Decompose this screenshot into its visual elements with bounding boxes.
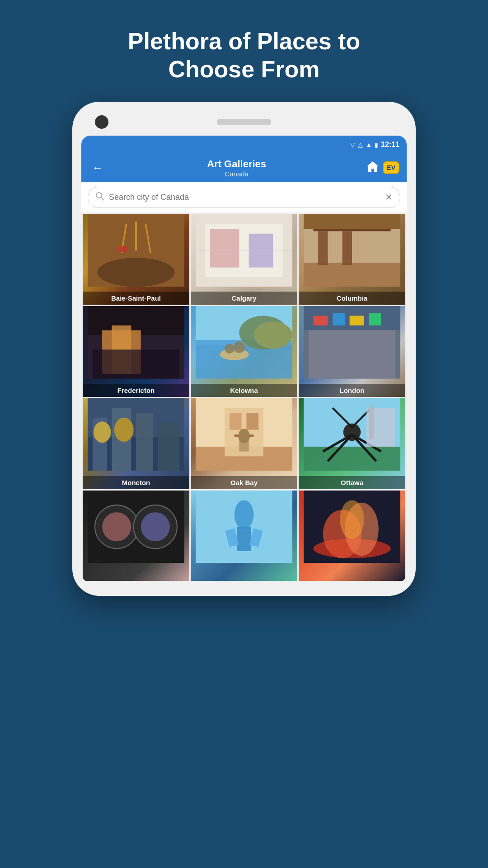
ottawa-art — [299, 398, 405, 471]
svg-rect-72 — [237, 527, 251, 551]
baie-saint-paul-art — [83, 214, 189, 287]
search-icon — [95, 192, 104, 203]
svg-rect-36 — [350, 316, 364, 326]
city-grid: Baie-Saint-Paul Calgary — [81, 213, 407, 582]
search-bar[interactable]: ✕ — [88, 187, 400, 208]
city-card-row4c[interactable] — [299, 491, 405, 581]
app-subtitle: Canada — [111, 170, 362, 178]
svg-rect-33 — [309, 330, 396, 379]
search-input[interactable] — [109, 193, 380, 202]
city-card-london[interactable]: London — [299, 306, 405, 397]
city-card-fredericton[interactable]: Fredericton — [83, 306, 189, 397]
svg-rect-43 — [158, 422, 179, 471]
svg-rect-18 — [343, 231, 352, 265]
svg-rect-64 — [369, 406, 374, 439]
svg-point-53 — [238, 429, 250, 443]
home-icon — [366, 160, 379, 173]
row4b-art — [191, 491, 297, 563]
svg-rect-17 — [318, 231, 328, 265]
city-label-fredericton: Fredericton — [83, 384, 189, 397]
svg-point-7 — [117, 246, 128, 252]
back-button[interactable]: ← — [89, 160, 107, 176]
city-card-oak-bay[interactable]: Oak Bay — [191, 398, 297, 489]
city-card-row4a[interactable] — [83, 491, 189, 581]
svg-rect-42 — [136, 413, 153, 471]
toolbar-title-area: Art Galleries Canada — [111, 158, 362, 178]
row4a-art — [83, 491, 189, 563]
fredericton-art — [83, 306, 189, 378]
city-label-baie-saint-paul: Baie-Saint-Paul — [83, 292, 189, 305]
svg-point-27 — [253, 322, 292, 349]
svg-rect-55 — [304, 447, 400, 471]
city-image-fredericton — [83, 306, 189, 397]
status-bar: ▽ △ ▲ ▮ 12:11 — [81, 136, 407, 154]
city-image-row4b — [191, 491, 297, 581]
city-label-kelowna: Kelowna — [191, 384, 297, 397]
svg-rect-15 — [313, 229, 390, 231]
city-card-baie-saint-paul[interactable]: Baie-Saint-Paul — [83, 214, 189, 305]
svg-rect-34 — [313, 316, 328, 326]
phone-notch — [81, 115, 407, 136]
london-art — [299, 306, 405, 378]
svg-rect-14 — [304, 214, 400, 229]
moncton-art — [83, 398, 189, 471]
svg-point-45 — [114, 418, 134, 442]
city-image-moncton — [83, 398, 189, 489]
svg-point-29 — [225, 344, 234, 354]
status-icons: ▽ △ ▲ ▮ 12:11 — [350, 141, 399, 149]
status-time: 12:11 — [381, 141, 399, 149]
signal-icon-2: ▲ — [366, 141, 372, 148]
phone-speaker — [217, 119, 271, 125]
city-image-london — [299, 306, 405, 397]
app-title: Art Galleries — [111, 158, 362, 170]
signal-icon: △ — [358, 141, 363, 148]
phone-camera — [95, 115, 108, 129]
columbia-art — [299, 214, 405, 287]
battery-icon: ▮ — [375, 141, 378, 148]
svg-rect-16 — [304, 263, 400, 287]
city-card-moncton[interactable]: Moncton — [83, 398, 189, 489]
toolbar-icons: EV — [366, 160, 399, 175]
svg-point-44 — [94, 421, 111, 443]
svg-point-71 — [235, 500, 254, 529]
city-card-kelowna[interactable]: Kelowna — [191, 306, 297, 397]
calgary-art — [191, 214, 297, 287]
city-image-row4a — [83, 491, 189, 581]
phone-screen: ▽ △ ▲ ▮ 12:11 ← Art Galleries Canada EV — [81, 136, 407, 582]
city-label-oak-bay: Oak Bay — [191, 476, 297, 489]
city-image-calgary — [191, 214, 297, 305]
city-card-calgary[interactable]: Calgary — [191, 214, 297, 305]
wifi-icon: ▽ — [350, 141, 355, 148]
svg-rect-10 — [210, 229, 239, 268]
city-card-columbia[interactable]: Columbia — [299, 214, 405, 305]
svg-rect-35 — [333, 313, 345, 326]
row4c-art — [299, 491, 405, 563]
city-label-columbia: Columbia — [299, 292, 405, 305]
search-clear-button[interactable]: ✕ — [385, 192, 393, 203]
svg-point-79 — [340, 500, 364, 539]
city-image-baie-saint-paul — [83, 214, 189, 305]
city-image-row4c — [299, 491, 405, 581]
svg-point-68 — [102, 512, 131, 541]
svg-rect-23 — [93, 350, 180, 379]
svg-line-1 — [101, 198, 104, 200]
svg-point-69 — [141, 512, 170, 541]
city-label-calgary: Calgary — [191, 292, 297, 305]
city-label-moncton: Moncton — [83, 476, 189, 489]
kelowna-art — [191, 306, 297, 378]
city-label-ottawa: Ottawa — [299, 476, 405, 489]
page-title: Plethora of Places to Choose From — [92, 0, 396, 102]
ev-badge[interactable]: EV — [383, 161, 399, 174]
city-image-kelowna — [191, 306, 297, 397]
city-card-ottawa[interactable]: Ottawa — [299, 398, 405, 489]
svg-point-3 — [97, 258, 174, 287]
city-image-oak-bay — [191, 398, 297, 489]
city-card-row4b[interactable] — [191, 491, 297, 581]
svg-rect-50 — [246, 413, 258, 429]
home-button[interactable] — [366, 160, 379, 175]
svg-point-30 — [233, 341, 245, 353]
city-image-ottawa — [299, 398, 405, 489]
oak-bay-art — [191, 398, 297, 471]
svg-rect-37 — [369, 313, 381, 326]
city-image-columbia — [299, 214, 405, 305]
